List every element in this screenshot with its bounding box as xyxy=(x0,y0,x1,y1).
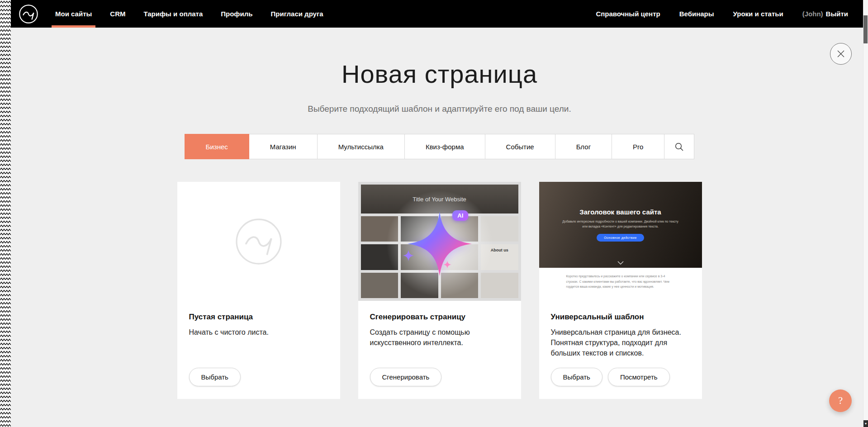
card-title: Сгенерировать страницу xyxy=(370,313,509,322)
small-sparkle-icon xyxy=(403,250,414,261)
card-description: Универсальная страница для бизнеса. Поня… xyxy=(551,327,690,359)
card-body: Универсальный шаблон Универсальная стран… xyxy=(539,301,702,399)
template-cta-button: Основное действие xyxy=(597,234,644,242)
chevron-down-icon xyxy=(617,261,624,265)
nav-invite-friend[interactable]: Пригласи друга xyxy=(270,0,323,28)
username-label: (John) xyxy=(802,10,823,18)
nav-crm[interactable]: CRM xyxy=(110,0,125,28)
template-hero-title: Заголовок вашего сайта xyxy=(579,208,661,216)
nav-my-sites[interactable]: Мои сайты xyxy=(55,0,92,28)
tab-search[interactable] xyxy=(664,134,694,159)
ai-badge: AI xyxy=(452,210,468,221)
main-nav: Мои сайты CRM Тарифы и оплата Профиль Пр… xyxy=(55,0,342,28)
tab-multilink[interactable]: Мультиссылка xyxy=(317,134,405,159)
blank-page-preview xyxy=(177,182,340,301)
card-body: Сгенерировать страницу Создать страницу … xyxy=(358,301,521,399)
tilda-logo-icon xyxy=(18,4,39,24)
card-universal-template: Заголовок вашего сайта Добавьте интересн… xyxy=(539,182,702,399)
template-cards-row-1: Пустая страница Начать с чистого листа. … xyxy=(11,182,868,399)
vertical-scrollbar[interactable]: ▾ xyxy=(863,0,868,427)
card-actions: Выбрать Посмотреть xyxy=(551,368,690,386)
help-button[interactable]: ? xyxy=(829,389,852,412)
card-description: Начать с чистого листа. xyxy=(189,327,328,337)
nav-help-center[interactable]: Справочный центр xyxy=(596,0,660,28)
card-title: Универсальный шаблон xyxy=(551,313,690,322)
card-actions: Выбрать xyxy=(189,368,328,386)
page-subtitle: Выберите подходящий шаблон и адаптируйте… xyxy=(11,104,868,114)
secondary-nav: Справочный центр Вебинары Уроки и статьи… xyxy=(577,0,848,28)
card-title: Пустая страница xyxy=(189,313,328,322)
zigzag-pattern-icon xyxy=(0,0,11,427)
scrollbar-down-arrow[interactable]: ▾ xyxy=(863,420,868,427)
close-button[interactable] xyxy=(830,43,852,65)
collage-header-tile: Title of Your Website xyxy=(361,185,518,214)
tab-store[interactable]: Магазин xyxy=(249,134,318,159)
choose-blank-button[interactable]: Выбрать xyxy=(189,368,241,386)
template-text-section: Коротко представьтесь и расскажите о ком… xyxy=(539,268,702,301)
ai-generate-preview: Title of Your Website About us xyxy=(358,182,521,301)
generate-button[interactable]: Сгенерировать xyxy=(370,368,442,386)
page-title: Новая страница xyxy=(11,59,868,89)
template-hero-section: Заголовок вашего сайта Добавьте интересн… xyxy=(539,182,702,268)
preview-template-button[interactable]: Посмотреть xyxy=(608,368,670,386)
card-description: Создать страницу с помощью искусственног… xyxy=(370,327,509,348)
scrollbar-thumb[interactable] xyxy=(863,15,868,43)
tilda-watermark-icon xyxy=(233,216,284,267)
nav-pricing[interactable]: Тарифы и оплата xyxy=(143,0,203,28)
tab-blog[interactable]: Блог xyxy=(555,134,612,159)
template-body-text: Коротко представьтесь и расскажите о ком… xyxy=(566,274,675,301)
top-navbar: Мои сайты CRM Тарифы и оплата Профиль Пр… xyxy=(11,0,868,28)
card-blank-page: Пустая страница Начать с чистого листа. … xyxy=(177,182,340,399)
tab-pro[interactable]: Pro xyxy=(612,134,664,159)
collage-site-title: Title of Your Website xyxy=(413,196,466,203)
new-page-modal: Новая страница Выберите подходящий шабло… xyxy=(11,28,868,427)
template-hero-subtitle: Добавьте интересные подробности о вашей … xyxy=(562,219,679,229)
collage-about-label: About us xyxy=(481,248,518,252)
decorative-zigzag-strip xyxy=(0,0,11,427)
card-body: Пустая страница Начать с чистого листа. … xyxy=(177,301,340,399)
nav-lessons-articles[interactable]: Уроки и статьи xyxy=(733,0,783,28)
nav-webinars[interactable]: Вебинары xyxy=(679,0,714,28)
tab-quiz-form[interactable]: Квиз-форма xyxy=(404,134,485,159)
search-icon xyxy=(674,142,684,152)
tab-event[interactable]: Событие xyxy=(485,134,555,159)
nav-user-block: (John) Выйти xyxy=(802,10,848,18)
card-actions: Сгенерировать xyxy=(370,368,509,386)
close-icon xyxy=(837,50,845,58)
tab-business[interactable]: Бизнес xyxy=(185,134,249,159)
small-sparkle-icon xyxy=(443,261,451,269)
universal-template-preview: Заголовок вашего сайта Добавьте интересн… xyxy=(539,182,702,301)
template-category-tabs: Бизнес Магазин Мультиссылка Квиз-форма С… xyxy=(11,134,868,159)
choose-template-button[interactable]: Выбрать xyxy=(551,368,602,386)
tilda-logo[interactable] xyxy=(18,4,39,24)
nav-profile[interactable]: Профиль xyxy=(221,0,252,28)
card-ai-generate: Title of Your Website About us xyxy=(358,182,521,399)
logout-link[interactable]: Выйти xyxy=(826,10,848,18)
